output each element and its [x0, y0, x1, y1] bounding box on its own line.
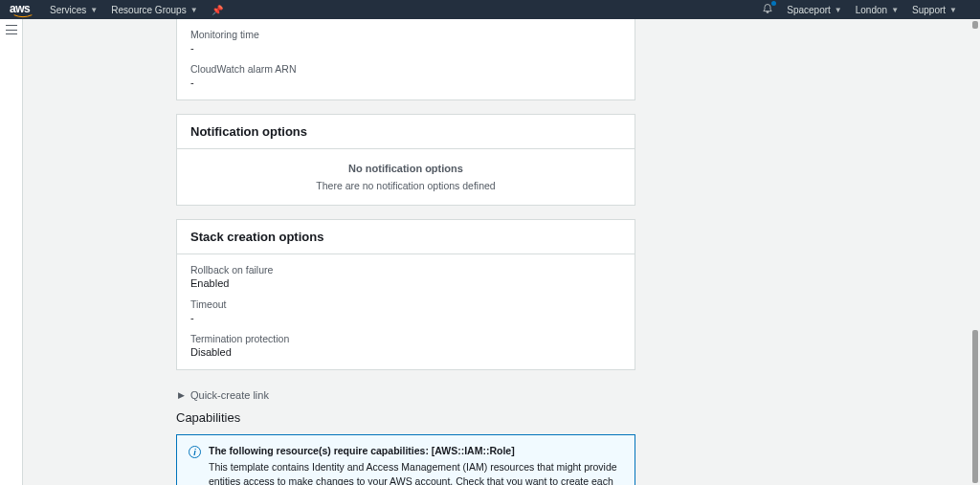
capabilities-alert-text: This template contains Identity and Acce…: [209, 460, 623, 485]
notification-options-header: Notification options: [177, 115, 635, 149]
nav-pin-shortcut[interactable]: 📌: [212, 5, 223, 15]
nav-account-label: Spaceport: [787, 5, 831, 15]
caret-down-icon: ▼: [891, 6, 899, 14]
caret-down-icon: ▼: [90, 6, 98, 14]
main-content: Monitoring time - CloudWatch alarm ARN -…: [23, 19, 980, 485]
timeout-value: -: [190, 312, 621, 323]
side-panel-toggle[interactable]: [6, 25, 17, 34]
monitoring-time-value: -: [190, 42, 621, 54]
monitoring-time-label: Monitoring time: [190, 29, 621, 40]
notification-dot: [771, 1, 776, 6]
top-nav: aws Services ▼ Resource Groups ▼ 📌 Space…: [0, 0, 980, 19]
nav-services-label: Services: [50, 5, 86, 15]
notification-options-card: Notification options No notification opt…: [176, 114, 635, 206]
capabilities-heading: Capabilities: [176, 410, 635, 425]
termination-protection-value: Disabled: [190, 346, 621, 358]
pin-icon: 📌: [212, 5, 223, 15]
nav-region[interactable]: London ▼: [856, 5, 899, 15]
capabilities-alert: i The following resource(s) require capa…: [176, 434, 635, 485]
caret-down-icon: ▼: [190, 6, 198, 14]
nav-account[interactable]: Spaceport ▼: [787, 5, 842, 15]
scrollbar[interactable]: [970, 19, 980, 485]
notification-empty-subtitle: There are no notification options define…: [177, 180, 635, 191]
info-icon: i: [189, 446, 201, 458]
quick-create-link-toggle[interactable]: ▶ Quick-create link: [176, 384, 635, 410]
nav-region-label: London: [856, 5, 887, 15]
capabilities-alert-body-text: This template contains Identity and Acce…: [209, 461, 617, 485]
alarm-arn-label: CloudWatch alarm ARN: [190, 63, 621, 75]
notification-empty-title: No notification options: [177, 163, 635, 174]
termination-protection-label: Termination protection: [190, 333, 621, 344]
caret-down-icon: ▼: [949, 6, 957, 14]
chevron-right-icon: ▶: [178, 390, 185, 400]
aws-logo[interactable]: aws: [10, 2, 36, 18]
quick-create-link-label: Quick-create link: [190, 389, 269, 401]
side-panel-toggle-strip: [0, 19, 23, 485]
scroll-to-top-indicator: [972, 21, 978, 29]
rollback-on-failure-label: Rollback on failure: [190, 264, 621, 276]
nav-support-label: Support: [912, 5, 946, 15]
capabilities-alert-title: The following resource(s) require capabi…: [209, 445, 623, 456]
nav-services[interactable]: Services ▼: [50, 5, 98, 15]
stack-creation-options-header: Stack creation options: [177, 220, 635, 254]
caret-down-icon: ▼: [835, 6, 842, 14]
nav-resource-groups[interactable]: Resource Groups ▼: [111, 5, 197, 15]
rollback-monitoring-card: Monitoring time - CloudWatch alarm ARN -: [176, 19, 635, 100]
stack-creation-options-card: Stack creation options Rollback on failu…: [176, 219, 635, 370]
scroll-thumb[interactable]: [972, 330, 978, 483]
timeout-label: Timeout: [190, 298, 621, 310]
nav-resource-groups-label: Resource Groups: [111, 5, 186, 15]
notifications-bell[interactable]: [762, 3, 773, 16]
alarm-arn-value: -: [190, 77, 621, 88]
rollback-on-failure-value: Enabled: [190, 277, 621, 289]
nav-support[interactable]: Support ▼: [912, 5, 957, 15]
